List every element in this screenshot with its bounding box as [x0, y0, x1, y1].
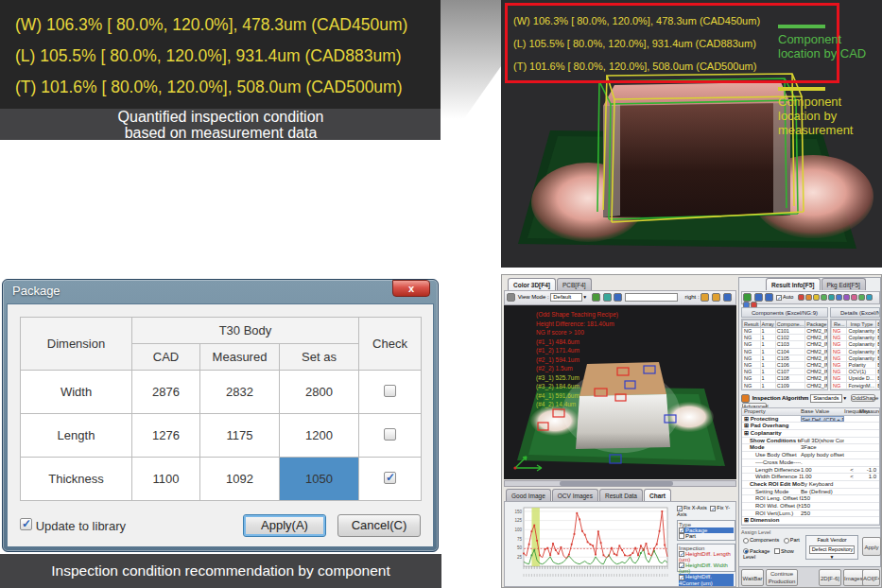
cancel-button[interactable]: Cancel(C): [337, 514, 421, 537]
row-checkbox[interactable]: [384, 385, 396, 397]
tab-bottom-0[interactable]: Good Image: [506, 489, 551, 501]
property-value[interactable]: [801, 430, 844, 437]
table-row[interactable]: NG1C101CHM2_IM...: [743, 328, 829, 335]
table-row[interactable]: NGCoplanarityBody: [832, 341, 881, 348]
property-row[interactable]: Length Difference1.00<-1.0: [742, 467, 879, 475]
property-row[interactable]: Mode3Face: [742, 444, 879, 452]
table-row[interactable]: NGOCV(1)Body: [832, 369, 881, 375]
property-value[interactable]: [801, 423, 844, 429]
components-radio-row[interactable]: Components Part: [743, 537, 804, 544]
prev-result-icon[interactable]: [754, 293, 763, 302]
property-row[interactable]: ROI Leng. Offset f150: [742, 495, 879, 503]
table-row[interactable]: NG1C102CHM2_IM...: [743, 335, 829, 341]
property-value[interactable]: 150: [801, 495, 844, 502]
table-row[interactable]: NGCoplanarityBody: [832, 335, 881, 341]
property-row[interactable]: ----Cross Mode----.: [742, 459, 879, 467]
tab-bottom-2[interactable]: Result Data: [599, 489, 643, 501]
bottom-button-2[interactable]: 2D[F-6]: [819, 569, 841, 586]
dimension-row[interactable]: Thickness110010921050: [21, 458, 422, 501]
set-as-value[interactable]: 1200: [280, 414, 359, 458]
property-value[interactable]: Full 3D(show Cond): [801, 438, 844, 444]
table-row[interactable]: NG1C103CHM2_IM...: [743, 341, 829, 348]
property-row[interactable]: ROI Vert(Lum.)250: [742, 510, 879, 518]
folder-add-icon[interactable]: [712, 293, 720, 302]
dimension-row[interactable]: Width287628322800: [21, 371, 422, 414]
property-row[interactable]: Check ROI Edit ModeBy Keyboard: [742, 481, 879, 489]
pointer-tool-icon[interactable]: [507, 293, 515, 302]
fix-x-checkbox[interactable]: [677, 506, 683, 511]
assign-apply-button[interactable]: Apply: [862, 537, 881, 556]
tab-right-0[interactable]: Result Info[F5]: [766, 278, 821, 290]
table-row[interactable]: NGCoplanarityBody: [832, 348, 881, 355]
result-filter-button-5[interactable]: [836, 294, 842, 301]
height-view-icon[interactable]: [603, 293, 612, 302]
property-row[interactable]: ⊞ Dimension: [742, 517, 879, 525]
property-row[interactable]: Setting ModeBe (Defined): [742, 489, 879, 496]
type-item[interactable]: Part: [679, 533, 734, 539]
algorithm-dropdown[interactable]: Standards: [810, 394, 842, 403]
row-checkbox[interactable]: [384, 472, 396, 484]
horizontal-scrollbar[interactable]: [504, 480, 736, 487]
oddshape-button[interactable]: OddShape: [851, 394, 875, 402]
property-row[interactable]: ⊞ Pad Overhang: [742, 423, 879, 430]
inspection-item[interactable]: HeightDiff. Length (um): [679, 551, 734, 562]
property-value[interactable]: Set Def. (CDI + D): [801, 416, 844, 423]
components-table-wrap[interactable]: ResultArrayCompone...Package N...NG1C101…: [741, 319, 828, 390]
table-row[interactable]: NG1C108CHM2_IM...: [743, 375, 829, 382]
property-value[interactable]: [801, 517, 844, 524]
tab-bottom-3[interactable]: Chart: [644, 489, 671, 501]
table-row[interactable]: NG1C107CHM2_IM...: [743, 369, 829, 375]
table-row[interactable]: GoodPart Ove...Body: [832, 389, 881, 390]
row-checkbox[interactable]: [384, 428, 396, 441]
check-cell[interactable]: [359, 371, 422, 414]
filter-input[interactable]: [625, 293, 678, 302]
property-value[interactable]: Apply body offset: [801, 452, 844, 458]
table-row[interactable]: NGUpside D...Body: [832, 375, 881, 382]
table-row[interactable]: NG1C105CHM2_IM...: [743, 355, 829, 361]
fix-y-checkbox[interactable]: [710, 506, 716, 511]
check-cell[interactable]: [359, 458, 422, 501]
result-filter-button-7[interactable]: [851, 294, 857, 301]
result-filter-button-6[interactable]: [843, 294, 850, 301]
table-row[interactable]: NG1C106CHM2_IM...: [743, 361, 829, 368]
vendor-dropdown[interactable]: Defect Repository: [809, 545, 855, 554]
tab-right-1[interactable]: Pkg Edit[F5]: [821, 278, 866, 290]
property-row[interactable]: Show Conditions to bFull 3D(show Cond): [742, 438, 879, 445]
result-filter-button-8[interactable]: [858, 294, 865, 301]
tab-left-0[interactable]: Color 3D[F4]: [508, 278, 556, 290]
property-value[interactable]: 1.00: [801, 474, 844, 480]
result-filter-button-2[interactable]: [813, 294, 820, 301]
property-value[interactable]: Be (Defined): [801, 489, 844, 495]
result-filter-button-4[interactable]: [828, 294, 835, 301]
result-filter-button-3[interactable]: [821, 294, 827, 301]
inspection-item[interactable]: HeightDiff. Width (um): [679, 562, 734, 574]
dimension-row[interactable]: Length127611751200: [21, 414, 422, 458]
check-cell[interactable]: [359, 414, 422, 458]
text-view-icon[interactable]: [614, 293, 622, 302]
save-icon[interactable]: [723, 293, 732, 302]
apply-button[interactable]: Apply(A): [243, 514, 326, 537]
property-value[interactable]: 3Face: [801, 444, 844, 451]
result-filter-button-9[interactable]: [866, 294, 873, 301]
auto-checkbox[interactable]: [776, 295, 782, 301]
set-as-value[interactable]: 1050: [280, 458, 359, 501]
folder-open-icon[interactable]: [700, 293, 709, 302]
update-library-option[interactable]: Update to library: [20, 518, 126, 533]
details-table-wrap[interactable]: Re...Insp TypeBody/Ex...NGCoplanarityBod…: [830, 319, 880, 390]
property-value[interactable]: By Keyboard: [801, 481, 844, 488]
inspection-item[interactable]: HeightDiff. 4Corner (um): [679, 574, 734, 585]
result-filter-button-0[interactable]: [798, 294, 804, 301]
bottom-button-0[interactable]: WaitBar: [741, 569, 764, 586]
property-row[interactable]: ⊞ ProtectingSet Def. (CDI + D): [742, 416, 879, 424]
view-mode-dropdown[interactable]: Default: [550, 293, 582, 302]
table-row[interactable]: NGForeignM...Body: [832, 382, 881, 389]
table-row[interactable]: NGPolarityBody: [832, 361, 881, 368]
table-row[interactable]: NG1C104CHM2_IM...: [743, 348, 829, 355]
property-value[interactable]: 1.00: [801, 467, 844, 474]
tab-bottom-1[interactable]: OCV Images: [552, 489, 598, 501]
property-row[interactable]: Use Body OffsetApply body offset: [742, 452, 879, 459]
property-row[interactable]: ⊞ Coplanarity: [742, 430, 879, 438]
property-grid[interactable]: Property Base Value Inequality... Measur…: [741, 407, 880, 526]
update-library-checkbox[interactable]: [20, 518, 32, 530]
property-row[interactable]: ROI Wid. Offset (h150: [742, 503, 879, 510]
